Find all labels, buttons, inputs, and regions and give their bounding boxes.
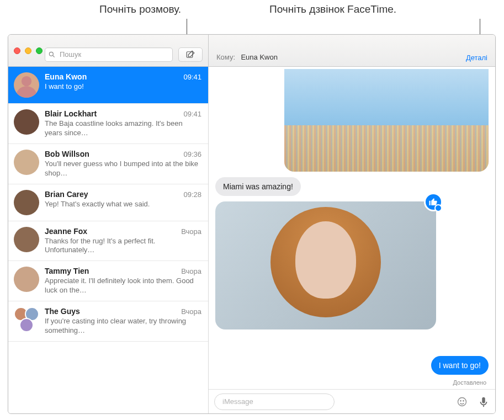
conversation-time: Вчора xyxy=(181,267,201,275)
conversation-preview: I want to go! xyxy=(45,82,201,92)
search-icon xyxy=(48,51,56,59)
conversation-item[interactable]: Bob Willson09:36 You'll never guess who … xyxy=(8,144,208,184)
svg-point-7 xyxy=(463,400,464,401)
conversation-item[interactable]: Euna Kwon 09:41 I want to go! xyxy=(8,67,208,104)
conversation-name: Euna Kwon xyxy=(45,72,87,81)
callout-compose: Почніть розмову. xyxy=(99,3,181,15)
incoming-text-message[interactable]: Miami was amazing! xyxy=(215,177,301,196)
conversation-time: 09:28 xyxy=(183,190,201,199)
svg-point-0 xyxy=(49,52,53,56)
window-controls xyxy=(8,47,43,54)
conversation-preview: The Baja coastline looks amazing. It's b… xyxy=(45,119,201,138)
search-field-wrap xyxy=(45,47,173,62)
conversation-preview: Appreciate it. I'll definitely look into… xyxy=(45,277,201,295)
messages-window: Кому: Euna Kwon Деталі Euna Kwon 09:41 I… xyxy=(8,34,496,414)
conversation-time: 09:41 xyxy=(183,73,201,81)
zoom-button[interactable] xyxy=(36,47,43,54)
conversation-item[interactable]: Brian Carey09:28 Yep! That's exactly wha… xyxy=(8,184,208,221)
conversation-preview: You'll never guess who I bumped into at … xyxy=(45,160,201,178)
svg-rect-8 xyxy=(483,405,484,407)
to-field: Кому: Euna Kwon xyxy=(216,52,278,62)
conversation-time: Вчора xyxy=(181,227,201,236)
conversation-item[interactable]: Jeanne FoxВчора Thanks for the rug! It's… xyxy=(8,221,208,262)
tapback-like-badge[interactable] xyxy=(424,193,443,211)
details-button[interactable]: Деталі xyxy=(466,54,487,62)
chat-pane: Miami was amazing! I want to go! Доставл… xyxy=(209,67,495,413)
conversation-name: Brian Carey xyxy=(45,190,88,199)
incoming-photo-message[interactable] xyxy=(284,69,489,172)
message-list[interactable]: Miami was amazing! I want to go! Доставл… xyxy=(209,67,495,389)
avatar xyxy=(14,150,39,175)
avatar xyxy=(14,227,39,252)
avatar xyxy=(14,267,39,292)
search-input[interactable] xyxy=(45,47,173,62)
message-composer xyxy=(209,389,495,413)
conversation-time: 09:41 xyxy=(183,110,201,118)
conversation-list[interactable]: Euna Kwon 09:41 I want to go! Blair Lock… xyxy=(8,67,209,413)
smiley-icon[interactable] xyxy=(457,396,468,407)
conversation-item[interactable]: Tammy TienВчора Appreciate it. I'll defi… xyxy=(8,261,208,301)
conversation-item[interactable]: Blair Lockhart09:41 The Baja coastline l… xyxy=(8,104,208,144)
conversation-name: Bob Willson xyxy=(45,150,89,158)
minimize-button[interactable] xyxy=(25,47,31,54)
message-input[interactable] xyxy=(214,394,335,410)
conversation-preview: Thanks for the rug! It's a perfect fit. … xyxy=(45,237,201,256)
svg-point-5 xyxy=(458,397,466,406)
conversation-preview: Yep! That's exactly what we said. xyxy=(45,200,201,209)
to-label: Кому: xyxy=(216,53,235,61)
callout-facetime: Почніть дзвінок FaceTime. xyxy=(269,3,396,15)
delivery-status: Доставлено xyxy=(453,379,486,386)
conversation-time: 09:36 xyxy=(183,150,201,158)
thumbs-up-icon xyxy=(428,197,438,207)
outgoing-text-message[interactable]: I want to go! xyxy=(431,356,489,375)
titlebar: Кому: Euna Kwon Деталі xyxy=(8,35,495,67)
to-name: Euna Kwon xyxy=(241,53,278,61)
titlebar-left xyxy=(8,35,209,66)
conversation-name: Blair Lockhart xyxy=(45,109,97,118)
avatar xyxy=(14,190,39,215)
svg-line-1 xyxy=(52,55,54,57)
compose-button[interactable] xyxy=(178,47,203,62)
conversation-name: Tammy Tien xyxy=(45,267,89,275)
conversation-name: Jeanne Fox xyxy=(45,227,87,236)
titlebar-right: Кому: Euna Kwon Деталі xyxy=(209,35,495,66)
incoming-photo-message[interactable] xyxy=(215,201,436,329)
close-button[interactable] xyxy=(14,47,20,54)
svg-point-4 xyxy=(17,86,37,98)
avatar xyxy=(14,109,39,135)
window-body: Euna Kwon 09:41 I want to go! Blair Lock… xyxy=(8,67,495,413)
conversation-name: The Guys xyxy=(45,307,80,316)
microphone-icon[interactable] xyxy=(478,396,490,408)
group-avatar xyxy=(14,307,39,332)
svg-point-6 xyxy=(460,400,461,401)
conversation-item[interactable]: The GuysВчора If you're casting into cle… xyxy=(8,301,208,342)
conversation-time: Вчора xyxy=(181,307,201,316)
svg-point-3 xyxy=(22,76,31,86)
compose-icon xyxy=(185,50,195,60)
avatar xyxy=(14,72,39,98)
conversation-preview: If you're casting into clear water, try … xyxy=(45,317,201,336)
